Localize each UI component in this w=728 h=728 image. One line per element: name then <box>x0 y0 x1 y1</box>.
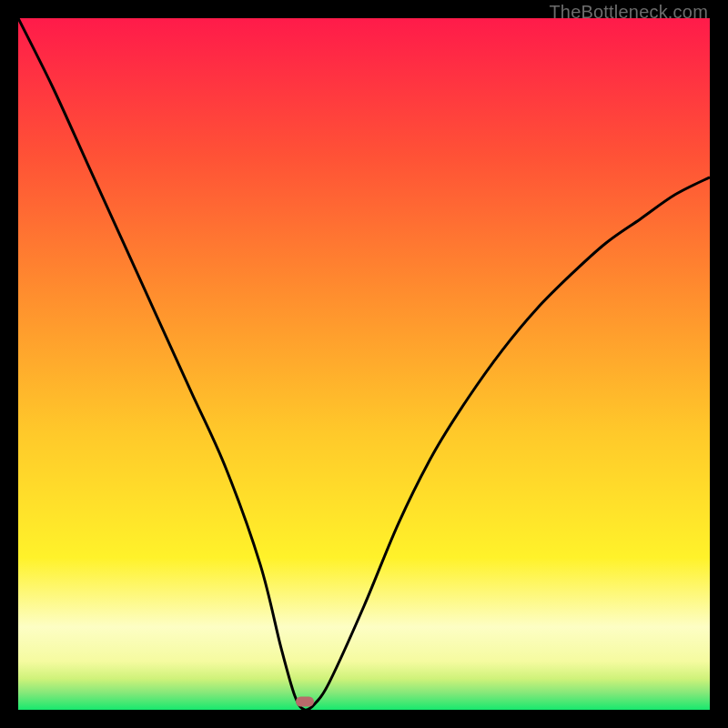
bottleneck-curve <box>18 18 710 710</box>
optimum-marker <box>296 696 314 706</box>
chart-frame: TheBottleneck.com <box>0 0 728 728</box>
curve-svg <box>18 18 710 710</box>
plot-area <box>18 18 710 710</box>
